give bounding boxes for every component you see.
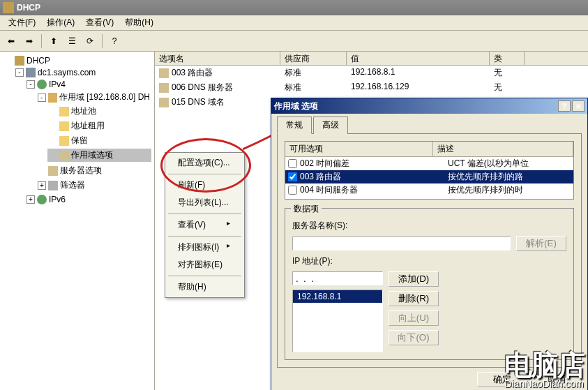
forward-button[interactable]: ➡ bbox=[21, 33, 38, 50]
option-item[interactable]: 003 路由器按优先顺序排列的路 bbox=[285, 170, 573, 183]
tree-filters[interactable]: +筛选器 bbox=[36, 179, 151, 192]
ip-address-list[interactable]: 192.168.8.1 bbox=[292, 290, 383, 352]
tree-label: 筛选器 bbox=[60, 179, 85, 191]
option-checkbox[interactable] bbox=[288, 159, 297, 168]
move-up-button[interactable]: 向上(U) bbox=[389, 310, 439, 326]
help-button[interactable]: ? bbox=[106, 33, 123, 50]
ipv4-icon bbox=[37, 80, 47, 89]
refresh-button[interactable]: ⟳ bbox=[82, 33, 98, 50]
tree-ipv6[interactable]: +IPv6 bbox=[25, 194, 151, 205]
tab-advanced[interactable]: 高级 bbox=[313, 117, 348, 134]
folder-icon bbox=[59, 136, 69, 146]
col-description[interactable]: 描述 bbox=[433, 142, 573, 156]
menu-align-icons[interactable]: 对齐图标(E) bbox=[167, 256, 243, 273]
menu-bar: 文件(F) 操作(A) 查看(V) 帮助(H) bbox=[0, 15, 588, 31]
watermark-url: DianNaoDian.com bbox=[504, 379, 584, 389]
tree-reservations[interactable]: 保留 bbox=[47, 134, 151, 147]
show-hide-tree-button[interactable]: ☰ bbox=[63, 33, 80, 50]
server-name-input[interactable] bbox=[292, 237, 511, 250]
back-button[interactable]: ⬅ bbox=[3, 33, 20, 50]
collapse-icon[interactable]: - bbox=[15, 68, 24, 77]
col-vendor[interactable]: 供应商 bbox=[280, 52, 347, 65]
available-options-list[interactable]: 可用选项 描述 002 时间偏差UCT 偏差(以秒为单位 003 路由器按优先顺… bbox=[285, 141, 574, 200]
options-icon bbox=[59, 151, 69, 160]
tree-address-pool[interactable]: 地址池 bbox=[47, 105, 151, 118]
filter-icon bbox=[48, 181, 58, 190]
dhcp-icon bbox=[15, 56, 24, 66]
menu-file[interactable]: 文件(F) bbox=[3, 15, 41, 30]
col-value[interactable]: 值 bbox=[347, 52, 490, 65]
option-item[interactable]: 005 名称服务器按优先顺序排列的名 bbox=[285, 197, 573, 200]
menu-refresh[interactable]: 刷新(F) bbox=[167, 177, 243, 194]
menu-arrange-icons[interactable]: 排列图标(I) bbox=[167, 239, 243, 256]
menu-configure-options[interactable]: 配置选项(C)... bbox=[167, 154, 243, 172]
option-item[interactable]: 004 时间服务器按优先顺序排列的时 bbox=[285, 183, 573, 197]
toolbar: ⬅ ➡ ⬆ ☰ ⟳ ? bbox=[0, 31, 588, 52]
tree-label: 服务器选项 bbox=[60, 165, 102, 177]
menu-view-submenu[interactable]: 查看(V) bbox=[167, 216, 243, 234]
tree-scope[interactable]: - 作用域 [192.168.8.0] DH bbox=[36, 91, 151, 104]
tree-label: 地址租用 bbox=[71, 120, 105, 132]
close-button[interactable]: ✕ bbox=[572, 100, 585, 112]
dialog-titlebar[interactable]: 作用域 选项 ? ✕ bbox=[271, 98, 587, 114]
tree-ipv4[interactable]: - IPv4 bbox=[25, 79, 151, 90]
tree-label: DHCP bbox=[27, 56, 50, 66]
console-tree[interactable]: DHCP - dc1.sayms.com - bbox=[0, 52, 155, 390]
list-row[interactable]: 003 路由器 标准 192.168.8.1 无 bbox=[155, 66, 588, 80]
folder-icon bbox=[59, 121, 69, 131]
tree-server[interactable]: - dc1.sayms.com bbox=[14, 67, 151, 78]
groupbox-title: 数据项 bbox=[291, 203, 322, 215]
server-icon bbox=[26, 68, 36, 77]
ip-address-label: IP 地址(P): bbox=[292, 255, 369, 267]
up-button[interactable]: ⬆ bbox=[45, 33, 62, 50]
option-checkbox[interactable] bbox=[288, 172, 297, 181]
tree-label: IPv6 bbox=[49, 195, 66, 204]
col-available-options[interactable]: 可用选项 bbox=[285, 142, 433, 156]
collapse-icon[interactable]: - bbox=[27, 80, 35, 89]
tree-server-options[interactable]: 服务器选项 bbox=[36, 164, 151, 177]
menu-separator bbox=[168, 236, 241, 237]
option-checkbox[interactable] bbox=[288, 199, 297, 200]
watermark: 电脑店 DianNaoDian.com bbox=[504, 351, 584, 389]
tree-scope-options[interactable]: 作用域选项 bbox=[47, 149, 151, 162]
window-title: DHCP bbox=[17, 3, 585, 13]
tree-label: 地址池 bbox=[71, 105, 96, 117]
col-type[interactable]: 类 bbox=[490, 52, 525, 65]
option-checkbox[interactable] bbox=[288, 186, 297, 195]
context-menu: 配置选项(C)... 刷新(F) 导出列表(L)... 查看(V) 排列图标(I… bbox=[165, 152, 245, 298]
tree-label: 作用域选项 bbox=[71, 149, 113, 161]
add-button[interactable]: 添加(D) bbox=[389, 271, 439, 287]
remove-button[interactable]: 删除(R) bbox=[389, 291, 439, 306]
move-down-button[interactable]: 向下(O) bbox=[389, 330, 439, 345]
listview-header: 选项名 供应商 值 类 bbox=[155, 52, 588, 66]
tab-general-content: 可用选项 描述 002 时间偏差UCT 偏差(以秒为单位 003 路由器按优先顺… bbox=[277, 134, 582, 368]
option-item[interactable]: 002 时间偏差UCT 偏差(以秒为单位 bbox=[285, 157, 573, 170]
dialog-title: 作用域 选项 bbox=[274, 100, 557, 112]
menu-export-list[interactable]: 导出列表(L)... bbox=[167, 194, 243, 211]
collapse-icon[interactable]: - bbox=[38, 93, 46, 102]
tree-root-dhcp[interactable]: DHCP bbox=[3, 55, 151, 66]
help-button[interactable]: ? bbox=[558, 100, 571, 112]
tab-general[interactable]: 常规 bbox=[277, 117, 312, 134]
tree-leases[interactable]: 地址租用 bbox=[47, 119, 151, 133]
toolbar-separator bbox=[102, 34, 103, 48]
toolbar-separator bbox=[41, 34, 42, 48]
menu-help[interactable]: 帮助(H) bbox=[119, 15, 159, 30]
server-name-label: 服务器名称(S): bbox=[292, 220, 369, 232]
expand-icon[interactable]: + bbox=[27, 195, 35, 204]
col-name[interactable]: 选项名 bbox=[155, 52, 280, 65]
ip-address-input[interactable] bbox=[292, 271, 383, 285]
menu-action[interactable]: 操作(A) bbox=[41, 15, 80, 30]
tree-label: 作用域 [192.168.8.0] DH bbox=[59, 91, 150, 103]
watermark-logo: 电脑店 bbox=[504, 351, 584, 379]
menu-view[interactable]: 查看(V) bbox=[80, 15, 119, 30]
menu-help[interactable]: 帮助(H) bbox=[167, 278, 243, 296]
scope-icon bbox=[48, 93, 57, 103]
ip-list-item[interactable]: 192.168.8.1 bbox=[293, 290, 382, 303]
window-titlebar: DHCP bbox=[0, 0, 588, 15]
list-row[interactable]: 006 DNS 服务器 标准 192.168.16.129 无 bbox=[155, 80, 588, 95]
expand-icon[interactable]: + bbox=[38, 181, 46, 190]
data-entry-groupbox: 数据项 服务器名称(S): 解析(E) IP 地址(P): 192.168.8.… bbox=[285, 208, 574, 360]
menu-separator bbox=[168, 174, 241, 174]
resolve-button[interactable]: 解析(E) bbox=[516, 236, 566, 251]
